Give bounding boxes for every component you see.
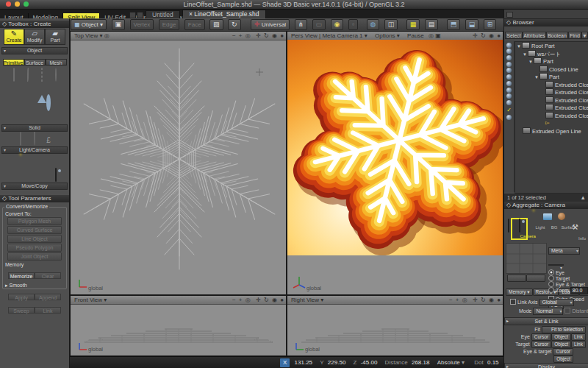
camera-select-icon[interactable]: ◎ [104,32,110,39]
object-mode-button[interactable]: ◼ Object ▾ [71,19,107,30]
visibility-sphere-icon[interactable] [506,49,512,54]
toolbox-tab-modify[interactable]: ▱Modify [24,29,45,45]
camera-preview-grid[interactable] [506,243,547,274]
pers-pause-button[interactable]: Pause [407,32,424,39]
visibility-sphere-icon[interactable] [506,55,512,60]
tree-row[interactable]: Extruded Closed [515,88,588,96]
keypad-button[interactable]: ⊞ [484,19,497,30]
radio-eye[interactable]: Eye [548,269,588,275]
eye-target-cursor-button[interactable]: Cursor [553,348,573,355]
meta-dropdown[interactable]: Meta [548,247,580,255]
browser-tab-attributes[interactable]: Attributes [523,32,546,39]
gear-icon[interactable]: ◎ [429,32,434,39]
camera-mode-button[interactable]: ▣ [112,19,126,30]
expand-icon[interactable]: ▼ [534,74,539,82]
point-light-tool-icon[interactable] [15,155,27,164]
link-axis-checkbox[interactable] [510,299,516,305]
collapse-panel-icon[interactable]: ▲ [581,194,586,202]
section-light-camera[interactable]: ▾Light/Camera [1,146,68,154]
aggregate-tab-surface[interactable]: Surface [554,210,568,230]
aggregate-header[interactable]: ◇ Aggregate : Camera [504,202,588,209]
bulb-tool-button[interactable]: ◉ [331,19,344,30]
section-display[interactable]: ▸Display [504,363,588,368]
tree-row[interactable]: Extruded Closed [515,112,588,120]
tree-row[interactable]: Closed Line [515,66,588,74]
check-icon[interactable]: ✓ [504,107,514,114]
close-tab-icon[interactable]: × [189,10,193,18]
visibility-sphere-icon[interactable] [506,93,512,99]
mode-dropdown[interactable]: Normal [533,308,563,315]
memorize-button[interactable]: Memorize [8,272,35,279]
browser-tab-find[interactable]: Find [568,32,581,39]
tree-row[interactable]: Extruded Closed [515,96,588,105]
tree-row[interactable]: ▼wsパート [515,50,588,58]
x-coordinate-badge[interactable]: X [280,358,290,367]
tab-add-icon[interactable] [129,12,136,18]
visibility-sphere-icon[interactable] [506,62,512,67]
visibility-sphere-icon[interactable] [506,68,512,73]
tree-row[interactable]: ▼Root Part [515,42,588,50]
render-toggle-icon[interactable]: ▣ [435,32,441,39]
sphere-tool-icon[interactable] [21,82,34,92]
tree-row[interactable]: Extruded Closed [515,104,588,112]
radio-eye-target[interactable]: Eye & Target [548,281,588,287]
tree-row[interactable]: Extruded Open Line [515,127,588,135]
visibility-sphere-icon[interactable] [506,100,512,105]
viewport-top[interactable]: Top View ▾ ◎ − + ◎ ✛ ↻ ◉ ● [70,31,287,295]
section-solid[interactable]: ▾Solid [1,124,68,132]
browser-tab-boolean[interactable]: Boolean [546,32,568,39]
projection-tool-button[interactable]: ◫ [384,19,398,30]
radio-eye-icon[interactable] [548,269,554,275]
section-object[interactable]: ▾Object [1,47,68,54]
controller-button[interactable]: ⬓ [465,19,479,30]
funnel-filter-icon[interactable]: ▼ [581,32,588,39]
ambient-light-tool-icon[interactable] [35,169,48,178]
fit-to-selection-button[interactable]: Fit to Selection [542,326,586,333]
universal-manipulator-button[interactable]: ✛ Universal [251,19,290,30]
box-stack-tool-icon[interactable] [29,110,41,120]
z-value[interactable]: -45.00 [361,359,378,366]
eye-link-button[interactable]: Link [571,333,586,341]
skeleton-tool-button[interactable]: ⋔ [295,19,308,30]
eye-object-button[interactable]: Object [551,333,571,341]
expand-icon[interactable]: ▼ [528,58,534,66]
aggregate-tab-bg[interactable]: BG [540,210,554,230]
viewport-front[interactable]: Front View ▾ − + ◎ ✛ ↻ ◉ ● global [70,295,287,356]
mini-camera-icon[interactable] [505,219,512,238]
coordinate-mode-dropdown[interactable]: Absolute ▾ [437,359,465,366]
right-view-name[interactable]: Right View ▾ [287,297,323,303]
target-link-button[interactable]: Link [571,341,586,348]
spot-light-tool-icon[interactable] [29,155,41,164]
visibility-sphere-icon[interactable] [506,88,512,93]
expand-icon[interactable]: ▼ [517,43,522,51]
top-view-controls[interactable]: − + ◎ ✛ ↻ ◉ ● [232,32,284,40]
front-view-name[interactable]: Front View ▾ [71,297,107,303]
aggregate-tab-info[interactable]: ⚒Info [568,222,582,241]
tool-parameters-header[interactable]: ◇ Tool Parameters [0,195,69,202]
visibility-sphere-icon[interactable] [506,115,512,120]
toolbox-header[interactable]: ◇ Toolbox : Create [0,21,69,28]
grid-toggle-button[interactable]: ▤ [425,19,439,30]
pers-view-controls[interactable]: ✛ ↻ ◉ ● [473,32,501,40]
tree-row[interactable]: ▼Part [515,57,588,66]
wedge-tool-icon[interactable] [49,82,62,92]
quad-view-button[interactable]: ▦ [406,19,420,30]
cone-tool-icon[interactable] [35,82,48,92]
camera-tool-icon[interactable] [49,169,62,178]
dot-value[interactable]: 0.15 [487,359,499,366]
aggregate-tab-light[interactable]: Light [526,210,540,230]
smooth-label[interactable]: ▸ Smooth [5,283,66,289]
top-view-name[interactable]: Top View ▾ ◎ [71,32,110,39]
aggregate-tab-camera[interactable]: Camera [512,219,526,238]
area-light-tool-icon[interactable] [7,169,20,178]
expand-icon[interactable]: ▼ [523,51,528,59]
rounded-box-tool-icon[interactable] [7,82,20,92]
visibility-sphere-icon[interactable] [506,74,512,79]
viewport-pers[interactable]: Pers View | Meta Camera 1 ▾ Options ▾ Pa… [287,31,503,295]
visibility-sphere-icon[interactable] [506,43,512,48]
section-move-copy[interactable]: ▾Move/Copy [1,183,68,190]
target-cursor-button[interactable]: Cursor [531,341,552,348]
capsule-tool-icon[interactable] [29,96,41,106]
tree-row[interactable]: ▼Part [515,73,588,81]
rotate-view-button[interactable]: ↻ [228,19,241,30]
